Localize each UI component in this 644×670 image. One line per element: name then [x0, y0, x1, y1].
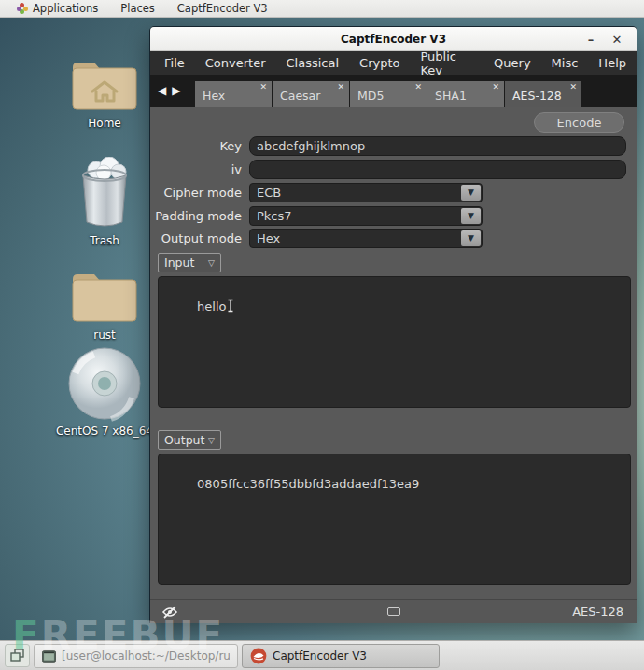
- tab-close-icon[interactable]: ✕: [337, 82, 344, 91]
- input-selector[interactable]: Input ▽: [158, 253, 221, 272]
- output-textarea[interactable]: 0805ffcc36ff55dbbfd3addaedf13ea9: [158, 454, 631, 585]
- resize-grip-icon: [387, 607, 400, 616]
- menu-misc[interactable]: Misc: [541, 56, 589, 70]
- active-app-menu-label: CaptfEncoder V3: [177, 2, 268, 15]
- eye-slash-icon[interactable]: [161, 606, 178, 619]
- padding-mode-select[interactable]: Pkcs7 ▼: [249, 206, 483, 226]
- window-titlebar[interactable]: CaptfEncoder V3 – ✕: [150, 27, 637, 51]
- output-mode-label: Output mode: [150, 229, 242, 248]
- top-panel: Applications Places CaptfEncoder V3: [0, 0, 644, 18]
- dropdown-arrow-icon[interactable]: ▼: [461, 208, 481, 224]
- menu-query[interactable]: Query: [483, 56, 541, 70]
- cipher-mode-select[interactable]: ECB ▼: [249, 183, 483, 202]
- taskbar-captfencoder-button[interactable]: CaptfEncoder V3: [242, 644, 440, 668]
- tab-md5[interactable]: MD5 ✕: [350, 81, 427, 107]
- tab-close-icon[interactable]: ✕: [569, 82, 577, 91]
- show-desktop-button[interactable]: [5, 644, 30, 667]
- desktop-icon-centos[interactable]: CentOS 7 x86_64: [50, 345, 159, 438]
- input-textarea[interactable]: hello: [158, 276, 631, 408]
- tab-sha1[interactable]: SHA1 ✕: [427, 81, 504, 107]
- tab-caesar[interactable]: Caesar ✕: [273, 81, 349, 107]
- tab-close-icon[interactable]: ✕: [492, 82, 499, 91]
- selector-dropdown-icon: ▽: [208, 258, 215, 268]
- tab-close-icon[interactable]: ✕: [259, 82, 267, 91]
- tab-hex[interactable]: Hex ✕: [195, 81, 272, 107]
- iv-label: iv: [150, 160, 242, 179]
- desktop: Applications Places CaptfEncoder V3 Home: [0, 0, 644, 670]
- menu-public-key[interactable]: Public Key: [410, 49, 483, 77]
- menu-file[interactable]: File: [154, 56, 195, 70]
- padding-mode-label: Padding mode: [150, 206, 242, 226]
- close-button[interactable]: ✕: [605, 27, 629, 51]
- taskbar-terminal-button[interactable]: [user@localhost:~/Desktop/rust/Ca...: [34, 644, 238, 668]
- output-mode-select[interactable]: Hex ▼: [249, 229, 483, 248]
- desktop-icon-label: Trash: [50, 234, 159, 247]
- key-label: Key: [150, 136, 242, 156]
- folder-icon: [50, 266, 159, 326]
- applications-menu-label: Applications: [33, 2, 98, 15]
- captfencoder-window: CaptfEncoder V3 – ✕ File Converter Class…: [149, 26, 637, 623]
- captfencoder-app-icon: [250, 648, 267, 664]
- menu-converter[interactable]: Converter: [195, 56, 276, 70]
- desktop-icon-trash[interactable]: Trash: [50, 157, 159, 247]
- iv-input[interactable]: [249, 160, 626, 179]
- tab-scroll-right-icon[interactable]: ▶: [172, 84, 180, 97]
- trash-icon: [50, 157, 159, 231]
- dropdown-arrow-icon[interactable]: ▼: [461, 230, 481, 246]
- tab-scroll-left-icon[interactable]: ◀: [158, 84, 166, 97]
- tab-close-icon[interactable]: ✕: [414, 82, 422, 91]
- menu-classical[interactable]: Classical: [276, 56, 350, 70]
- menu-crypto[interactable]: Crypto: [349, 56, 410, 70]
- selector-dropdown-icon: ▽: [208, 436, 215, 445]
- key-input[interactable]: [249, 136, 626, 156]
- window-menubar: File Converter Classical Crypto Public K…: [150, 51, 637, 75]
- menu-help[interactable]: Help: [588, 56, 637, 70]
- status-bar: AES-128: [150, 599, 637, 623]
- desktop-icon-home[interactable]: Home: [50, 54, 159, 130]
- tab-strip: ◀ ▶ Hex ✕ Caesar ✕ MD5 ✕ SHA1 ✕ AES-128 …: [150, 75, 637, 107]
- active-app-menu[interactable]: CaptfEncoder V3: [166, 2, 279, 15]
- places-menu[interactable]: Places: [109, 2, 166, 15]
- applications-menu[interactable]: Applications: [6, 2, 109, 15]
- dropdown-arrow-icon[interactable]: ▼: [461, 185, 481, 201]
- desktop-icon-rust[interactable]: rust: [50, 266, 159, 342]
- window-title: CaptfEncoder V3: [341, 33, 446, 46]
- home-folder-icon: [50, 54, 159, 114]
- places-menu-label: Places: [120, 2, 155, 15]
- desktop-icon-label: CentOS 7 x86_64: [50, 425, 159, 438]
- desktop-icon-label: rust: [50, 328, 159, 342]
- tab-content-aes128: Encode Key iv Cipher mode ECB ▼ Padding …: [150, 107, 637, 599]
- encode-button[interactable]: Encode: [534, 112, 624, 133]
- cipher-mode-label: Cipher mode: [150, 183, 242, 202]
- minimize-button[interactable]: –: [579, 27, 603, 51]
- applications-icon: [17, 3, 28, 14]
- desktop-icon-label: Home: [50, 117, 159, 130]
- show-desktop-icon: [10, 649, 25, 663]
- output-selector[interactable]: Output ▽: [158, 430, 221, 450]
- terminal-icon: [42, 649, 56, 663]
- text-cursor: [227, 299, 234, 316]
- status-mode-label: AES-128: [572, 605, 623, 619]
- tab-aes-128[interactable]: AES-128 ✕: [505, 81, 581, 107]
- taskbar: [user@localhost:~/Desktop/rust/Ca... Cap…: [0, 640, 644, 670]
- cd-disc-icon: [50, 345, 159, 422]
